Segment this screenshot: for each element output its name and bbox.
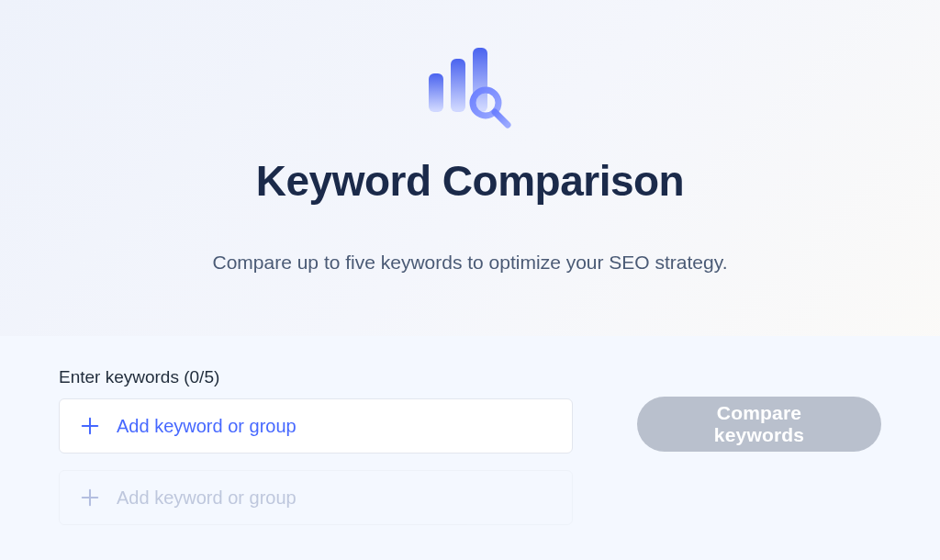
hero-section: Keyword Comparison Compare up to five ke… xyxy=(0,0,940,336)
keyword-input-placeholder: Add keyword or group xyxy=(117,416,297,437)
svg-line-4 xyxy=(495,112,508,125)
compare-keywords-button[interactable]: Compare keywords xyxy=(637,397,881,452)
keyword-input-row[interactable]: Add keyword or group xyxy=(59,398,573,454)
page-title: Keyword Comparison xyxy=(256,156,684,206)
keyword-form-area: Enter keywords (0/5) Add keyword or grou… xyxy=(0,336,940,560)
page-subtitle: Compare up to five keywords to optimize … xyxy=(212,252,727,274)
keyword-inputs-column: Enter keywords (0/5) Add keyword or grou… xyxy=(59,367,573,542)
keyword-input-placeholder: Add keyword or group xyxy=(117,487,297,509)
keyword-input-row[interactable]: Add keyword or group xyxy=(59,470,573,525)
enter-keywords-label: Enter keywords (0/5) xyxy=(59,367,573,387)
svg-rect-0 xyxy=(429,73,443,112)
bar-chart-search-icon xyxy=(420,46,520,129)
plus-icon xyxy=(80,487,100,508)
svg-rect-1 xyxy=(451,59,465,112)
plus-icon xyxy=(80,416,100,436)
actions-column: Compare keywords xyxy=(637,367,881,452)
